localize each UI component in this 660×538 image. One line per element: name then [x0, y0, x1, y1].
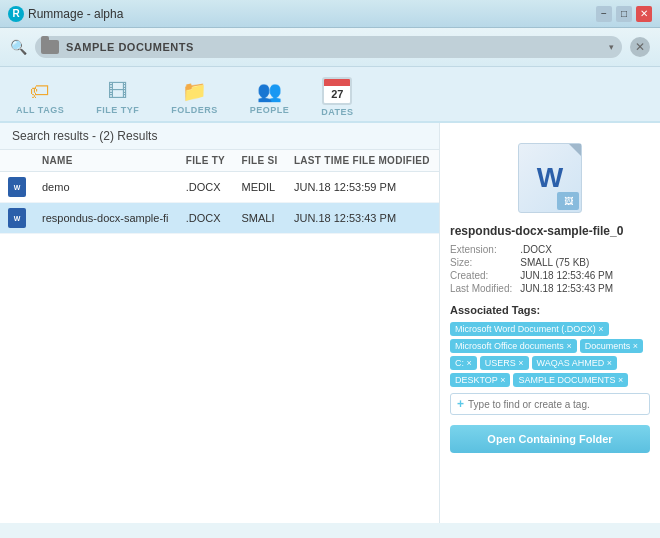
modified-label: Last Modified:	[450, 283, 512, 294]
minimize-button[interactable]: −	[596, 6, 612, 22]
created-value: JUN.18 12:53:46 PM	[520, 270, 650, 281]
tab-all-tags-label: ALL TAGS	[16, 105, 64, 115]
detail-file-name: respondus-docx-sample-file_0	[450, 224, 650, 238]
tags-section-label: Associated Tags:	[450, 304, 650, 316]
file-size-cell: SMALI	[234, 203, 286, 234]
tab-dates-label: DATES	[321, 107, 353, 117]
right-panel: W 🖼 respondus-docx-sample-file_0 Extensi…	[440, 123, 660, 523]
file-type-cell: .DOCX	[178, 172, 234, 203]
tag-chip[interactable]: Microsoft Office documents ×	[450, 339, 577, 353]
file-type-cell: .DOCX	[178, 203, 234, 234]
table-header: NAME FILE TY FILE SI LAST TIME FILE MODI…	[0, 150, 439, 172]
col-filetype: FILE TY	[178, 150, 234, 172]
file-type-icon-cell: W	[0, 172, 34, 203]
extension-value: .DOCX	[520, 244, 650, 255]
table-row[interactable]: W respondus-docx-sample-fi .DOCX SMALI J…	[0, 203, 439, 234]
tab-file-type-label: FILE TYF	[96, 105, 139, 115]
tag-chip[interactable]: DESKTOP ×	[450, 373, 510, 387]
results-count-text: Search results - (2) Results	[12, 129, 157, 143]
tag-chip[interactable]: Microsoft Word Document (.DOCX) ×	[450, 322, 609, 336]
tab-dates[interactable]: 27 DATES	[305, 71, 369, 123]
docx-icon: W	[8, 208, 26, 228]
col-icon	[0, 150, 34, 172]
size-value: SMALL (75 KB)	[520, 257, 650, 268]
file-preview-area: W 🖼	[450, 133, 650, 218]
last-modified-cell: JUN.18 12:53:59 PM	[286, 172, 439, 203]
titlebar-left: R Rummage - alpha	[8, 6, 123, 22]
people-icon: 👥	[257, 79, 282, 103]
maximize-button[interactable]: □	[616, 6, 632, 22]
col-filesize: FILE SI	[234, 150, 286, 172]
table-row[interactable]: W demo .DOCX MEDIL JUN.18 12:53:59 PM	[0, 172, 439, 203]
folder-small-icon	[41, 40, 59, 54]
image-symbol: 🖼	[564, 196, 573, 206]
calendar-top-bar	[324, 79, 350, 86]
file-table-body: W demo .DOCX MEDIL JUN.18 12:53:59 PM W …	[0, 172, 439, 234]
tag-chip[interactable]: C: ×	[450, 356, 477, 370]
file-type-icon-cell: W	[0, 203, 34, 234]
file-size-cell: MEDIL	[234, 172, 286, 203]
window-controls: − □ ✕	[596, 6, 652, 22]
file-name-cell: demo	[34, 172, 178, 203]
calendar-icon: 27	[322, 77, 352, 105]
col-name: NAME	[34, 150, 178, 172]
tab-all-tags[interactable]: 🏷 ALL TAGS	[0, 74, 80, 121]
word-w-letter: W	[537, 162, 563, 194]
calendar-date-number: 27	[331, 88, 343, 100]
tag-chip[interactable]: WAQAS AHMED ×	[532, 356, 617, 370]
tags-icon: 🏷	[30, 80, 50, 103]
modified-value: JUN.18 12:53:43 PM	[520, 283, 650, 294]
size-label: Size:	[450, 257, 512, 268]
tags-container: Microsoft Word Document (.DOCX) ×Microso…	[450, 322, 650, 387]
col-modified: LAST TIME FILE MODIFIED	[286, 150, 439, 172]
search-pill[interactable]: SAMPLE DOCUMENTS ▾	[35, 36, 622, 58]
tag-chip[interactable]: Documents ×	[580, 339, 643, 353]
search-pill-text: SAMPLE DOCUMENTS	[66, 41, 604, 53]
left-panel: Search results - (2) Results NAME FILE T…	[0, 123, 440, 523]
nav-tabs: 🏷 ALL TAGS 🎞 FILE TYF 📁 FOLDERS 👥 PEOPLE…	[0, 67, 660, 123]
tag-chip[interactable]: USERS ×	[480, 356, 529, 370]
chevron-down-icon: ▾	[609, 42, 614, 52]
tab-folders[interactable]: 📁 FOLDERS	[155, 73, 234, 121]
results-header: Search results - (2) Results	[0, 123, 439, 150]
last-modified-cell: JUN.18 12:53:43 PM	[286, 203, 439, 234]
docx-icon: W	[8, 177, 26, 197]
extension-label: Extension:	[450, 244, 512, 255]
content-area: Search results - (2) Results NAME FILE T…	[0, 123, 660, 523]
folder-nav-icon: 📁	[182, 79, 207, 103]
search-clear-button[interactable]: ✕	[630, 37, 650, 57]
tab-people-label: PEOPLE	[250, 105, 290, 115]
file-name-cell: respondus-docx-sample-fi	[34, 203, 178, 234]
window-title: Rummage - alpha	[28, 7, 123, 21]
app-icon: R	[8, 6, 24, 22]
close-button[interactable]: ✕	[636, 6, 652, 22]
doc-image-overlay: 🖼	[557, 192, 579, 210]
tag-input-row[interactable]: +	[450, 393, 650, 415]
tab-folders-label: FOLDERS	[171, 105, 218, 115]
tag-chip[interactable]: SAMPLE DOCUMENTS ×	[513, 373, 628, 387]
word-preview-icon: W 🖼	[518, 143, 582, 213]
tab-file-type[interactable]: 🎞 FILE TYF	[80, 74, 155, 121]
folder-pill-icon	[41, 39, 61, 55]
searchbar: 🔍 SAMPLE DOCUMENTS ▾ ✕	[0, 28, 660, 67]
search-icon: 🔍	[10, 39, 27, 55]
detail-grid: Extension: .DOCX Size: SMALL (75 KB) Cre…	[450, 244, 650, 294]
tag-input-field[interactable]	[468, 399, 643, 410]
tab-people[interactable]: 👥 PEOPLE	[234, 73, 306, 121]
open-containing-folder-button[interactable]: Open Containing Folder	[450, 425, 650, 453]
film-strip-icon: 🎞	[108, 80, 128, 103]
titlebar: R Rummage - alpha − □ ✕	[0, 0, 660, 28]
file-table: NAME FILE TY FILE SI LAST TIME FILE MODI…	[0, 150, 439, 234]
tag-add-plus-icon: +	[457, 397, 464, 411]
created-label: Created:	[450, 270, 512, 281]
